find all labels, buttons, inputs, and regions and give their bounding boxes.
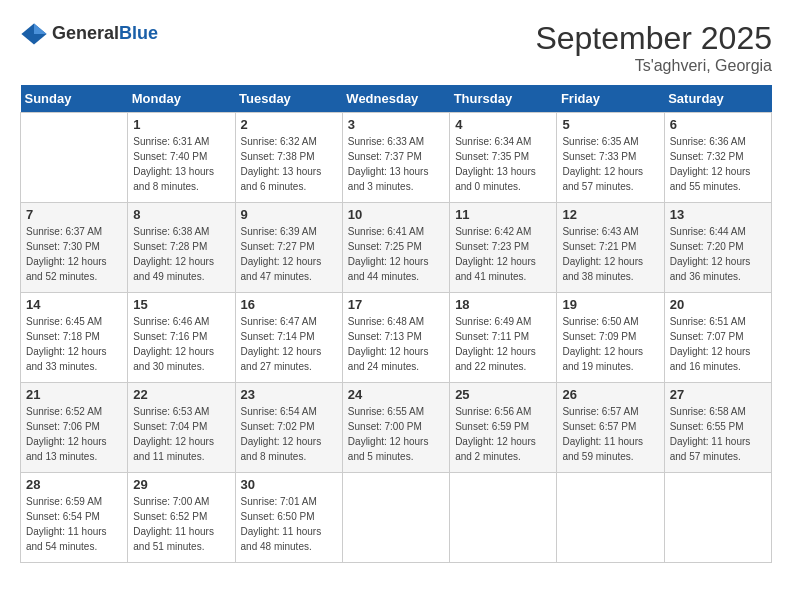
day-number: 13 [670, 207, 766, 222]
day-info: Sunrise: 7:00 AMSunset: 6:52 PMDaylight:… [133, 494, 229, 554]
location-title: Ts'aghveri, Georgia [535, 57, 772, 75]
logo-icon [20, 20, 48, 48]
weekday-header-saturday: Saturday [664, 85, 771, 113]
calendar-cell: 30Sunrise: 7:01 AMSunset: 6:50 PMDayligh… [235, 473, 342, 563]
day-info: Sunrise: 6:47 AMSunset: 7:14 PMDaylight:… [241, 314, 337, 374]
svg-marker-1 [34, 24, 47, 35]
calendar-cell [557, 473, 664, 563]
day-info: Sunrise: 6:34 AMSunset: 7:35 PMDaylight:… [455, 134, 551, 194]
day-info: Sunrise: 6:44 AMSunset: 7:20 PMDaylight:… [670, 224, 766, 284]
day-number: 17 [348, 297, 444, 312]
day-number: 28 [26, 477, 122, 492]
calendar-table: SundayMondayTuesdayWednesdayThursdayFrid… [20, 85, 772, 563]
calendar-cell: 10Sunrise: 6:41 AMSunset: 7:25 PMDayligh… [342, 203, 449, 293]
calendar-cell: 13Sunrise: 6:44 AMSunset: 7:20 PMDayligh… [664, 203, 771, 293]
day-number: 2 [241, 117, 337, 132]
title-section: September 2025 Ts'aghveri, Georgia [535, 20, 772, 75]
day-number: 24 [348, 387, 444, 402]
day-info: Sunrise: 6:57 AMSunset: 6:57 PMDaylight:… [562, 404, 658, 464]
calendar-cell: 20Sunrise: 6:51 AMSunset: 7:07 PMDayligh… [664, 293, 771, 383]
calendar-cell: 7Sunrise: 6:37 AMSunset: 7:30 PMDaylight… [21, 203, 128, 293]
day-number: 30 [241, 477, 337, 492]
calendar-cell: 2Sunrise: 6:32 AMSunset: 7:38 PMDaylight… [235, 113, 342, 203]
calendar-cell: 27Sunrise: 6:58 AMSunset: 6:55 PMDayligh… [664, 383, 771, 473]
calendar-week-row: 1Sunrise: 6:31 AMSunset: 7:40 PMDaylight… [21, 113, 772, 203]
day-info: Sunrise: 6:33 AMSunset: 7:37 PMDaylight:… [348, 134, 444, 194]
calendar-cell: 17Sunrise: 6:48 AMSunset: 7:13 PMDayligh… [342, 293, 449, 383]
day-info: Sunrise: 6:55 AMSunset: 7:00 PMDaylight:… [348, 404, 444, 464]
day-number: 12 [562, 207, 658, 222]
calendar-cell: 22Sunrise: 6:53 AMSunset: 7:04 PMDayligh… [128, 383, 235, 473]
calendar-cell: 1Sunrise: 6:31 AMSunset: 7:40 PMDaylight… [128, 113, 235, 203]
day-number: 18 [455, 297, 551, 312]
day-info: Sunrise: 6:36 AMSunset: 7:32 PMDaylight:… [670, 134, 766, 194]
day-info: Sunrise: 6:46 AMSunset: 7:16 PMDaylight:… [133, 314, 229, 374]
day-info: Sunrise: 6:52 AMSunset: 7:06 PMDaylight:… [26, 404, 122, 464]
calendar-cell: 8Sunrise: 6:38 AMSunset: 7:28 PMDaylight… [128, 203, 235, 293]
weekday-header-sunday: Sunday [21, 85, 128, 113]
day-number: 4 [455, 117, 551, 132]
day-number: 26 [562, 387, 658, 402]
day-number: 5 [562, 117, 658, 132]
logo-text-general: General [52, 23, 119, 43]
logo-text-blue: Blue [119, 23, 158, 43]
weekday-header-tuesday: Tuesday [235, 85, 342, 113]
calendar-cell [450, 473, 557, 563]
calendar-cell: 4Sunrise: 6:34 AMSunset: 7:35 PMDaylight… [450, 113, 557, 203]
day-number: 29 [133, 477, 229, 492]
day-number: 23 [241, 387, 337, 402]
calendar-cell: 24Sunrise: 6:55 AMSunset: 7:00 PMDayligh… [342, 383, 449, 473]
day-number: 22 [133, 387, 229, 402]
day-number: 11 [455, 207, 551, 222]
calendar-cell: 6Sunrise: 6:36 AMSunset: 7:32 PMDaylight… [664, 113, 771, 203]
day-number: 16 [241, 297, 337, 312]
day-number: 9 [241, 207, 337, 222]
day-number: 21 [26, 387, 122, 402]
day-info: Sunrise: 6:54 AMSunset: 7:02 PMDaylight:… [241, 404, 337, 464]
day-info: Sunrise: 6:42 AMSunset: 7:23 PMDaylight:… [455, 224, 551, 284]
day-number: 7 [26, 207, 122, 222]
weekday-header-friday: Friday [557, 85, 664, 113]
calendar-cell [342, 473, 449, 563]
day-info: Sunrise: 6:53 AMSunset: 7:04 PMDaylight:… [133, 404, 229, 464]
day-number: 25 [455, 387, 551, 402]
logo: GeneralBlue [20, 20, 158, 48]
calendar-week-row: 28Sunrise: 6:59 AMSunset: 6:54 PMDayligh… [21, 473, 772, 563]
day-number: 8 [133, 207, 229, 222]
day-number: 20 [670, 297, 766, 312]
day-info: Sunrise: 6:45 AMSunset: 7:18 PMDaylight:… [26, 314, 122, 374]
calendar-cell: 19Sunrise: 6:50 AMSunset: 7:09 PMDayligh… [557, 293, 664, 383]
weekday-header-row: SundayMondayTuesdayWednesdayThursdayFrid… [21, 85, 772, 113]
day-number: 27 [670, 387, 766, 402]
month-title: September 2025 [535, 20, 772, 57]
day-info: Sunrise: 6:48 AMSunset: 7:13 PMDaylight:… [348, 314, 444, 374]
day-info: Sunrise: 6:43 AMSunset: 7:21 PMDaylight:… [562, 224, 658, 284]
calendar-week-row: 21Sunrise: 6:52 AMSunset: 7:06 PMDayligh… [21, 383, 772, 473]
day-number: 14 [26, 297, 122, 312]
day-info: Sunrise: 6:59 AMSunset: 6:54 PMDaylight:… [26, 494, 122, 554]
day-info: Sunrise: 7:01 AMSunset: 6:50 PMDaylight:… [241, 494, 337, 554]
weekday-header-wednesday: Wednesday [342, 85, 449, 113]
calendar-cell: 12Sunrise: 6:43 AMSunset: 7:21 PMDayligh… [557, 203, 664, 293]
day-number: 3 [348, 117, 444, 132]
calendar-cell: 26Sunrise: 6:57 AMSunset: 6:57 PMDayligh… [557, 383, 664, 473]
day-number: 19 [562, 297, 658, 312]
day-info: Sunrise: 6:39 AMSunset: 7:27 PMDaylight:… [241, 224, 337, 284]
day-info: Sunrise: 6:50 AMSunset: 7:09 PMDaylight:… [562, 314, 658, 374]
day-info: Sunrise: 6:56 AMSunset: 6:59 PMDaylight:… [455, 404, 551, 464]
day-number: 15 [133, 297, 229, 312]
day-info: Sunrise: 6:38 AMSunset: 7:28 PMDaylight:… [133, 224, 229, 284]
day-number: 6 [670, 117, 766, 132]
weekday-header-monday: Monday [128, 85, 235, 113]
calendar-cell: 9Sunrise: 6:39 AMSunset: 7:27 PMDaylight… [235, 203, 342, 293]
calendar-cell: 29Sunrise: 7:00 AMSunset: 6:52 PMDayligh… [128, 473, 235, 563]
calendar-cell: 15Sunrise: 6:46 AMSunset: 7:16 PMDayligh… [128, 293, 235, 383]
calendar-cell: 18Sunrise: 6:49 AMSunset: 7:11 PMDayligh… [450, 293, 557, 383]
day-info: Sunrise: 6:41 AMSunset: 7:25 PMDaylight:… [348, 224, 444, 284]
day-info: Sunrise: 6:58 AMSunset: 6:55 PMDaylight:… [670, 404, 766, 464]
day-info: Sunrise: 6:51 AMSunset: 7:07 PMDaylight:… [670, 314, 766, 374]
calendar-cell [21, 113, 128, 203]
day-info: Sunrise: 6:32 AMSunset: 7:38 PMDaylight:… [241, 134, 337, 194]
calendar-week-row: 7Sunrise: 6:37 AMSunset: 7:30 PMDaylight… [21, 203, 772, 293]
calendar-cell: 14Sunrise: 6:45 AMSunset: 7:18 PMDayligh… [21, 293, 128, 383]
